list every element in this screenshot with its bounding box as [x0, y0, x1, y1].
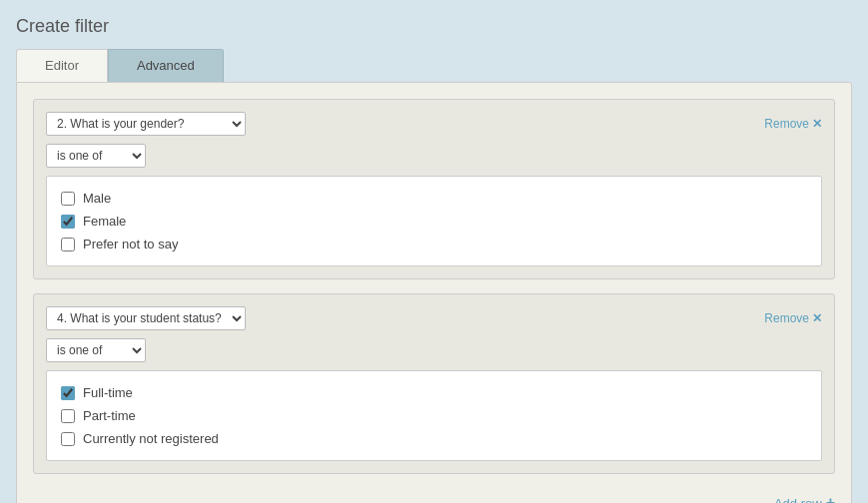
checkbox-prefer-not[interactable]: [61, 238, 75, 252]
option-male: Male: [61, 187, 807, 210]
option-female: Female: [61, 210, 807, 233]
filter-row-1-header: 2. What is your gender? Remove ✕: [46, 112, 822, 136]
option-label-parttime: Part-time: [83, 408, 136, 423]
checkbox-not-registered[interactable]: [61, 432, 75, 446]
question-select-1[interactable]: 2. What is your gender?: [46, 112, 246, 136]
option-label-prefer-not: Prefer not to say: [83, 237, 178, 252]
remove-label-2: Remove: [764, 311, 809, 325]
remove-button-2[interactable]: Remove ✕: [764, 311, 822, 325]
option-label-fulltime: Full-time: [83, 385, 133, 400]
checkbox-female[interactable]: [61, 215, 75, 229]
add-row-button[interactable]: Add row +: [774, 494, 835, 503]
checkbox-fulltime[interactable]: [61, 386, 75, 400]
operator-select-1[interactable]: is one of: [46, 144, 146, 168]
tab-editor[interactable]: Editor: [16, 49, 108, 82]
remove-button-1[interactable]: Remove ✕: [764, 117, 822, 131]
option-parttime: Part-time: [61, 404, 807, 427]
plus-icon: +: [826, 494, 835, 503]
checkbox-male[interactable]: [61, 192, 75, 206]
tabs-container: Editor Advanced: [16, 49, 852, 82]
filter-row-2-header: 4. What is your student status? Remove ✕: [46, 306, 822, 330]
add-row-label: Add row: [774, 496, 822, 504]
filter-row-1: 2. What is your gender? Remove ✕ is one …: [33, 99, 835, 279]
filter-row-2: 4. What is your student status? Remove ✕…: [33, 293, 835, 474]
remove-x-icon-1: ✕: [812, 117, 822, 131]
checkbox-parttime[interactable]: [61, 409, 75, 423]
main-panel: 2. What is your gender? Remove ✕ is one …: [16, 82, 852, 503]
options-box-1: Male Female Prefer not to say: [46, 176, 822, 266]
tab-advanced[interactable]: Advanced: [108, 49, 224, 82]
option-label-female: Female: [83, 214, 126, 229]
option-fulltime: Full-time: [61, 381, 807, 404]
options-box-2: Full-time Part-time Currently not regist…: [46, 370, 822, 461]
option-not-registered: Currently not registered: [61, 427, 807, 450]
operator-select-2[interactable]: is one of: [46, 338, 146, 362]
option-label-not-registered: Currently not registered: [83, 431, 219, 446]
option-prefer-not: Prefer not to say: [61, 233, 807, 255]
question-select-2[interactable]: 4. What is your student status?: [46, 306, 246, 330]
remove-x-icon-2: ✕: [812, 311, 822, 325]
page-title: Create filter: [16, 16, 852, 37]
bottom-bar: Add row +: [33, 488, 835, 503]
remove-label-1: Remove: [764, 117, 809, 131]
option-label-male: Male: [83, 191, 111, 206]
